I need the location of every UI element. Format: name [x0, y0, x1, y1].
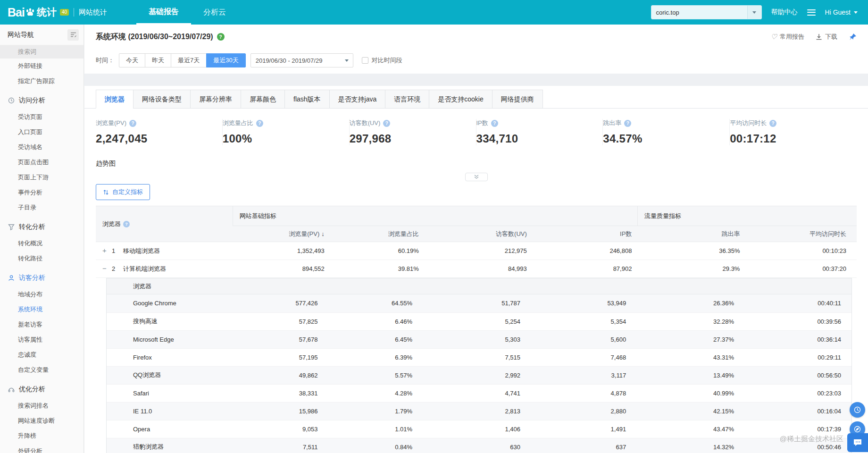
time-button-last7[interactable]: 最近7天 — [171, 53, 207, 67]
sidebar-nav-title-row: 网站导航 — [0, 25, 83, 45]
collapse-icon[interactable]: − — [102, 264, 112, 272]
sidebar-item-loyalty[interactable]: 忠诚度 — [0, 347, 83, 362]
sidebar-item-custom-variables[interactable]: 自定义变量 — [0, 362, 83, 378]
sidebar-item-system-environment[interactable]: 系统环境 — [0, 302, 83, 317]
sidebar-item-visited-pages[interactable]: 受访页面 — [0, 109, 83, 125]
nav-tab-basic-report[interactable]: 基础报告 — [136, 0, 191, 25]
sidebar-item-region-distribution[interactable]: 地域分布 — [0, 287, 83, 302]
sidebar-item-conversion-path[interactable]: 转化路径 — [0, 251, 83, 266]
custom-metric-button[interactable]: 自定义指标 — [96, 184, 150, 200]
edit-nav-icon[interactable] — [67, 29, 79, 41]
tab-java-support[interactable]: 是否支持java — [329, 90, 386, 109]
time-button-last30[interactable]: 最近30天 — [206, 53, 245, 67]
tab-cookie-support[interactable]: 是否支持cookie — [429, 90, 492, 109]
sidebar-item-search-words[interactable]: 搜索词 — [0, 45, 83, 59]
chevron-down-icon[interactable] — [747, 6, 761, 19]
sidebar-item-event-analysis[interactable]: 事件分析 — [0, 185, 83, 200]
sidebar-item-conversion-overview[interactable]: 转化概况 — [0, 236, 83, 251]
sidebar-item-page-click-map[interactable]: 页面点击图 — [0, 155, 83, 170]
row-name: Safari — [107, 384, 226, 402]
cell-pv-share: 4.28% — [323, 384, 418, 402]
help-icon[interactable] — [769, 120, 776, 127]
sidebar-item-page-flow[interactable]: 页面上下游 — [0, 170, 83, 185]
time-button-yesterday[interactable]: 昨天 — [145, 53, 171, 67]
column-header-duration[interactable]: 平均访问时长 — [745, 226, 857, 242]
table-row[interactable]: Opera 9,053 1.01% 1,406 1,491 43.47% 00:… — [107, 420, 851, 438]
table-row[interactable]: Safari 38,331 4.28% 4,741 4,878 40.99% 0… — [107, 384, 851, 402]
sidebar-item-ad-tracking[interactable]: 指定广告跟踪 — [0, 74, 83, 89]
column-header-bounce[interactable]: 跳出率 — [637, 226, 745, 242]
sidebar-item-visitor-attributes[interactable]: 访客属性 — [0, 332, 83, 347]
table-row-desktop-browsers[interactable]: −2计算机端浏览器 894,552 39.81% 84,993 87,902 2… — [96, 260, 857, 278]
stat-value: 334,710 — [476, 132, 599, 145]
column-header-uv[interactable]: 访客数(UV) — [425, 226, 533, 242]
download-button[interactable]: 下载 — [816, 33, 837, 41]
column-header-browser: 浏览器 — [96, 206, 233, 242]
help-icon[interactable] — [491, 120, 498, 127]
sidebar-item-keyword-ranking[interactable]: 搜索词排名 — [0, 398, 83, 413]
sidebar-item-backlink-analysis[interactable]: 外链分析 — [0, 444, 83, 453]
sidebar-section-visitor-analysis[interactable]: 访客分析 — [0, 269, 83, 287]
feedback-chat-button[interactable] — [847, 433, 868, 452]
help-icon[interactable] — [217, 33, 225, 41]
apps-menu-icon[interactable] — [807, 9, 816, 16]
cell-pv-share: 39.81% — [330, 260, 425, 278]
sidebar: 网站导航 搜索词 外部链接 指定广告跟踪 访问分析 受访页面 入口页面 受访域名… — [0, 25, 84, 453]
cell-uv: 1,406 — [418, 420, 526, 438]
table-row[interactable]: 搜狗高速 57,825 6.46% 5,254 5,354 32.28% 00:… — [107, 312, 851, 330]
baidu-logo[interactable]: Bai 统计 40 网站统计 — [0, 6, 107, 19]
table-row[interactable]: IE 11.0 15,986 1.79% 2,813 2,880 42.15% … — [107, 402, 851, 420]
column-header-ip[interactable]: IP数 — [533, 226, 638, 242]
help-icon[interactable] — [624, 120, 631, 127]
sidebar-section-optimization-analysis[interactable]: 优化分析 — [0, 380, 83, 398]
sidebar-item-external-links[interactable]: 外部链接 — [0, 59, 83, 74]
double-chevron-down-icon — [474, 175, 479, 179]
help-icon[interactable] — [123, 221, 130, 227]
sidebar-item-subdirectory[interactable]: 子目录 — [0, 200, 83, 215]
cell-bounce: 43.47% — [632, 420, 740, 438]
help-center-link[interactable]: 帮助中心 — [771, 8, 798, 17]
tab-screen-resolution[interactable]: 屏幕分辨率 — [190, 90, 241, 109]
sidebar-section-conversion-analysis[interactable]: 转化分析 — [0, 218, 83, 236]
help-icon[interactable] — [256, 120, 263, 127]
sidebar-item-entry-pages[interactable]: 入口页面 — [0, 125, 83, 140]
column-header-pv-share[interactable]: 浏览量占比 — [330, 226, 425, 242]
cell-pv: 15,986 — [226, 402, 324, 420]
help-icon[interactable] — [383, 120, 390, 127]
expand-icon[interactable]: + — [102, 246, 112, 254]
site-selector[interactable]: coric.top — [651, 5, 762, 19]
table-row-mobile-browsers[interactable]: +1移动端浏览器 1,352,493 60.19% 212,975 246,80… — [96, 242, 857, 260]
sidebar-item-site-speed[interactable]: 网站速度诊断 — [0, 413, 83, 428]
cell-ip: 3,117 — [526, 366, 632, 384]
tab-screen-color[interactable]: 屏幕颜色 — [241, 90, 285, 109]
user-menu[interactable]: Hi Guest — [825, 8, 858, 16]
cell-bounce: 29.3% — [637, 260, 745, 278]
cell-pv: 1,352,493 — [233, 242, 330, 260]
date-range-picker[interactable]: 2019/06/30 - 2019/07/29 — [250, 53, 353, 67]
sidebar-item-rise-fall[interactable]: 升降榜 — [0, 428, 83, 444]
collapse-trend-button[interactable] — [465, 173, 488, 181]
table-row[interactable]: 猎豹浏览器 7,511 0.84% 630 637 14.32% 00:50:4… — [107, 438, 851, 453]
headset-icon — [8, 386, 15, 393]
time-button-today[interactable]: 今天 — [119, 53, 145, 67]
sort-desc-icon[interactable] — [319, 230, 325, 237]
history-float-button[interactable] — [850, 402, 865, 418]
table-row[interactable]: Google Chrome 577,426 64.55% 51,787 53,9… — [107, 294, 851, 312]
table-row[interactable]: Firefox 57,195 6.39% 7,515 7,468 43.31% … — [107, 348, 851, 366]
sidebar-item-new-old-visitors[interactable]: 新老访客 — [0, 317, 83, 332]
tab-device-type[interactable]: 网络设备类型 — [133, 90, 191, 109]
help-icon[interactable] — [129, 120, 136, 127]
nav-tab-analysis-cloud[interactable]: 分析云 — [191, 0, 238, 25]
tab-network-provider[interactable]: 网络提供商 — [492, 90, 543, 109]
pin-icon[interactable] — [849, 33, 857, 41]
compare-checkbox[interactable] — [362, 57, 368, 64]
tab-language[interactable]: 语言环境 — [385, 90, 429, 109]
sidebar-section-visit-analysis[interactable]: 访问分析 — [0, 92, 83, 109]
sidebar-item-visited-domains[interactable]: 受访域名 — [0, 140, 83, 155]
tab-flash-version[interactable]: flash版本 — [284, 90, 330, 109]
favorite-report-button[interactable]: 常用报告 — [771, 33, 804, 41]
column-header-pv[interactable]: 浏览量(PV) — [233, 226, 330, 242]
table-row[interactable]: QQ浏览器 49,862 5.57% 2,992 3,117 13.49% 00… — [107, 366, 851, 384]
tab-browser[interactable]: 浏览器 — [96, 90, 134, 109]
table-row[interactable]: Microsoft Edge 57,678 6.45% 5,303 5,600 … — [107, 330, 851, 348]
